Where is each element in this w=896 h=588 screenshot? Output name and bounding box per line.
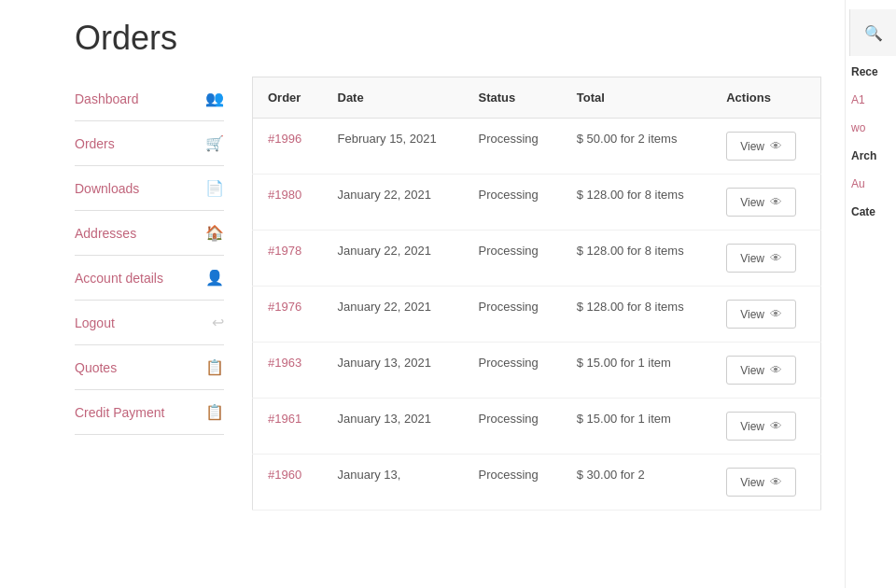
order-date-0: February 15, 2021 [323,119,464,175]
credit-payment-icon: 📋 [205,403,224,421]
view-button-3[interactable]: View 👁 [726,300,796,329]
col-header-actions: Actions [711,77,820,119]
search-icon: 🔍 [864,24,883,42]
view-label-6: View [740,476,764,489]
col-header-status: Status [464,77,562,119]
recent-link-2[interactable]: A1 [851,93,890,106]
archive-label: Arch [851,149,890,162]
order-date-6: January 13, [323,455,464,511]
order-status-1: Processing [464,175,562,231]
view-button-6[interactable]: View 👁 [726,468,796,497]
table-row: #1961 January 13, 2021 Processing $ 15.0… [253,399,821,455]
order-total-3: $ 128.00 for 8 items [562,287,712,343]
table-row: #1960 January 13, Processing $ 30.00 for… [253,455,821,511]
sidebar-item-dashboard[interactable]: Dashboard 👥 [75,77,224,121]
view-label-3: View [740,308,764,321]
view-label-0: View [740,140,764,153]
order-status-6: Processing [464,455,562,511]
eye-icon-3: 👁 [770,307,782,321]
sidebar-item-orders[interactable]: Orders 🛒 [75,121,224,166]
archive-link-1[interactable]: Au [851,177,890,190]
order-link-1[interactable]: #1980 [268,188,301,202]
sidebar-item-account-details[interactable]: Account details 👤 [75,256,224,301]
order-date-4: January 13, 2021 [323,343,464,399]
eye-icon-1: 👁 [770,195,782,209]
order-link-4[interactable]: #1963 [268,356,301,370]
view-button-4[interactable]: View 👁 [726,356,796,385]
order-link-6[interactable]: #1960 [268,468,301,482]
table-row: #1976 January 22, 2021 Processing $ 128.… [253,287,821,343]
order-total-6: $ 30.00 for 2 [562,455,712,511]
view-label-4: View [740,364,764,377]
orders-icon: 🛒 [205,134,224,152]
account-icon: 👤 [205,269,224,287]
view-button-0[interactable]: View 👁 [726,132,796,161]
order-date-5: January 13, 2021 [323,399,464,455]
order-date-1: January 22, 2021 [323,175,464,231]
view-label-1: View [740,196,764,209]
downloads-icon: 📄 [205,179,224,197]
eye-icon-6: 👁 [770,475,782,489]
orders-table: Order Date Status Total Actions #1996 Fe… [252,77,821,511]
table-row: #1978 January 22, 2021 Processing $ 128.… [253,231,821,287]
table-row: #1996 February 15, 2021 Processing $ 50.… [253,119,821,175]
view-button-2[interactable]: View 👁 [726,244,796,273]
logout-icon: ↩ [212,314,224,331]
order-total-0: $ 50.00 for 2 items [562,119,712,175]
order-link-5[interactable]: #1961 [268,412,301,426]
sidebar-item-downloads[interactable]: Downloads 📄 [75,166,224,211]
table-row: #1963 January 13, 2021 Processing $ 15.0… [253,343,821,399]
col-header-order: Order [253,77,323,119]
order-total-4: $ 15.00 for 1 item [562,343,712,399]
order-status-4: Processing [464,343,562,399]
col-header-total: Total [562,77,712,119]
view-label-5: View [740,420,764,433]
addresses-icon: 🏠 [205,224,224,242]
recent-link-3[interactable]: wo [851,121,890,134]
view-button-1[interactable]: View 👁 [726,188,796,217]
sidebar: Dashboard 👥 Orders 🛒 Downloads 📄 Address… [75,77,224,588]
order-status-3: Processing [464,287,562,343]
order-total-2: $ 128.00 for 8 items [562,231,712,287]
view-button-5[interactable]: View 👁 [726,412,796,441]
order-status-2: Processing [464,231,562,287]
order-link-2[interactable]: #1978 [268,244,301,258]
order-link-3[interactable]: #1976 [268,300,301,314]
right-panel-partial: Rece He Rece A1 wo Arch Au Cate [845,77,896,588]
sidebar-item-credit-payment[interactable]: Credit Payment 📋 [75,390,224,435]
order-total-1: $ 128.00 for 8 items [562,175,712,231]
col-header-date: Date [323,77,464,119]
table-row: #1980 January 22, 2021 Processing $ 128.… [253,175,821,231]
eye-icon-4: 👁 [770,363,782,377]
eye-icon-0: 👁 [770,139,782,153]
order-date-3: January 22, 2021 [323,287,464,343]
order-status-0: Processing [464,119,562,175]
order-link-0[interactable]: #1996 [268,132,301,146]
order-date-2: January 22, 2021 [323,231,464,287]
sidebar-item-quotes[interactable]: Quotes 📋 [75,345,224,390]
eye-icon-2: 👁 [770,251,782,265]
quotes-icon: 📋 [205,358,224,376]
sidebar-item-logout[interactable]: Logout ↩ [75,301,224,345]
eye-icon-5: 👁 [770,419,782,433]
search-button[interactable]: 🔍 [849,9,896,56]
order-total-5: $ 15.00 for 1 item [562,399,712,455]
view-label-2: View [740,252,764,265]
orders-table-section: Order Date Status Total Actions #1996 Fe… [252,77,821,588]
category-label: Cate [851,205,890,218]
page-title: Orders [0,0,896,77]
recent-label-2: Rece [851,77,890,78]
sidebar-item-addresses[interactable]: Addresses 🏠 [75,211,224,256]
order-status-5: Processing [464,399,562,455]
dashboard-icon: 👥 [205,90,224,107]
